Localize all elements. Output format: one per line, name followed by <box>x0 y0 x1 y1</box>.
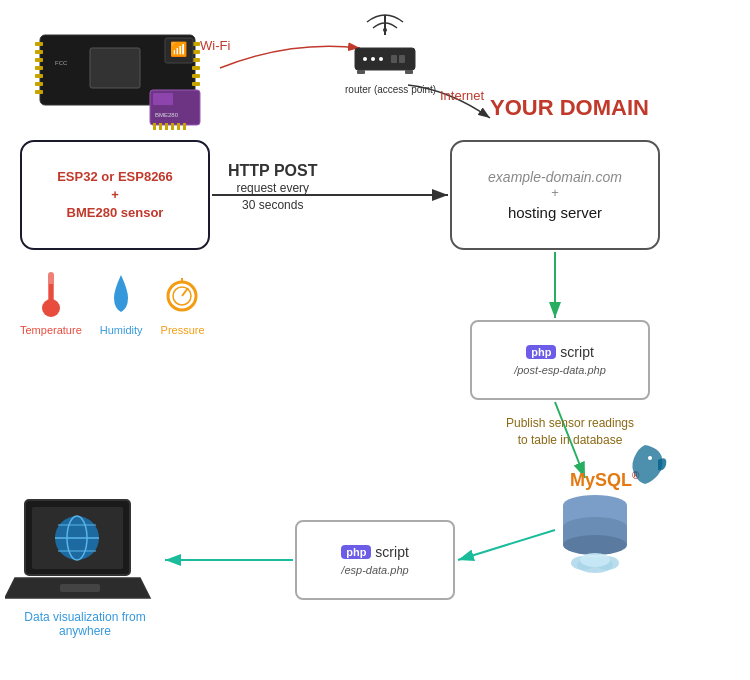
svg-rect-33 <box>171 123 174 130</box>
esp-title: ESP32 or ESP8266 + BME280 sensor <box>57 168 173 223</box>
domain-box: example-domain.com + hosting server <box>450 140 660 250</box>
svg-point-41 <box>379 57 383 61</box>
php-row-bottom: php script <box>341 544 409 560</box>
svg-rect-12 <box>35 58 43 62</box>
php-script-label-bottom: script <box>375 544 408 560</box>
router-label: router (access point) <box>345 84 436 95</box>
svg-point-37 <box>383 28 387 32</box>
svg-rect-42 <box>391 55 397 63</box>
php-row-top: php script <box>526 344 594 360</box>
php-badge-bottom: php <box>341 545 371 559</box>
svg-rect-28 <box>153 93 173 105</box>
http-post-label: HTTP POST request every30 seconds <box>228 162 318 214</box>
sensors-area: Temperature Humidity Pressure <box>20 270 205 336</box>
domain-plus: + <box>551 185 559 200</box>
svg-line-52 <box>182 288 188 296</box>
php-script-label-top: script <box>560 344 593 360</box>
svg-rect-45 <box>405 70 413 74</box>
temperature-label: Temperature <box>20 324 82 336</box>
pressure-icon <box>165 270 200 320</box>
svg-rect-48 <box>49 284 53 304</box>
svg-rect-34 <box>177 123 180 130</box>
svg-text:FCC: FCC <box>55 60 68 66</box>
http-title: HTTP POST <box>228 162 318 180</box>
temperature-sensor: Temperature <box>20 270 82 336</box>
domain-server: hosting server <box>508 204 602 221</box>
http-sub: request every30 seconds <box>228 180 318 214</box>
svg-rect-15 <box>35 82 43 86</box>
svg-rect-22 <box>192 82 200 86</box>
wifi-label: Wi-Fi <box>200 38 230 53</box>
svg-rect-70 <box>60 584 100 592</box>
svg-rect-10 <box>35 42 43 46</box>
pressure-label: Pressure <box>161 324 205 336</box>
svg-rect-31 <box>159 123 162 130</box>
svg-rect-44 <box>357 70 365 74</box>
svg-rect-43 <box>399 55 405 63</box>
svg-rect-16 <box>35 90 43 94</box>
svg-point-58 <box>563 535 627 555</box>
svg-rect-35 <box>183 123 186 130</box>
esp-board-image: 📶 FCC BME280 <box>35 20 225 144</box>
svg-rect-23 <box>90 48 140 88</box>
svg-rect-30 <box>153 123 156 130</box>
esp-box: ESP32 or ESP8266 + BME280 sensor <box>20 140 210 250</box>
php-badge-top: php <box>526 345 556 359</box>
your-domain-label: YOUR DOMAIN <box>490 95 649 121</box>
svg-line-7 <box>458 530 555 560</box>
router-image: router (access point) <box>345 10 436 95</box>
svg-rect-13 <box>35 66 43 70</box>
svg-point-39 <box>363 57 367 61</box>
diagram: 📶 FCC BME280 Wi-Fi <box>0 0 750 680</box>
dataviz-label: Data visualization from anywhere <box>10 610 160 638</box>
humidity-label: Humidity <box>100 324 143 336</box>
svg-rect-11 <box>35 50 43 54</box>
internet-label: Internet <box>440 88 484 103</box>
svg-rect-21 <box>192 74 200 78</box>
svg-point-40 <box>371 57 375 61</box>
svg-text:📶: 📶 <box>170 41 188 58</box>
svg-rect-14 <box>35 74 43 78</box>
thermometer-icon <box>36 270 66 320</box>
laptop-image <box>5 490 155 614</box>
svg-text:BME280: BME280 <box>155 112 179 118</box>
svg-rect-20 <box>192 66 200 70</box>
humidity-icon <box>106 270 136 320</box>
svg-point-62 <box>580 553 610 567</box>
database-image <box>545 480 645 584</box>
domain-url: example-domain.com <box>488 169 622 185</box>
php-script-top: php script /post-esp-data.php <box>470 320 650 400</box>
humidity-sensor: Humidity <box>100 270 143 336</box>
svg-point-53 <box>648 456 652 460</box>
php-path-bottom: /esp-data.php <box>341 564 408 576</box>
pressure-sensor: Pressure <box>161 270 205 336</box>
php-path-top: /post-esp-data.php <box>514 364 606 376</box>
php-script-bottom: php script /esp-data.php <box>295 520 455 600</box>
svg-rect-32 <box>165 123 168 130</box>
